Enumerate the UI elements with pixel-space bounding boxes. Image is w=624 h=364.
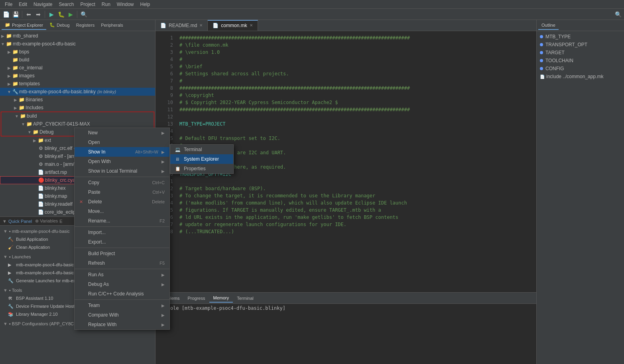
ctx-team[interactable]: Team ▶ [75, 301, 169, 310]
ctx-build-project[interactable]: Build Project [75, 249, 169, 258]
submenu-terminal[interactable]: 💻 Terminal [170, 145, 233, 154]
ctx-sep2 [75, 226, 169, 227]
ctx-run-as[interactable]: Run As ▶ [75, 270, 169, 279]
ctx-refresh[interactable]: Refresh F5 [75, 258, 169, 268]
context-menu: New ▶ Open Show In Alt+Shift+W ▶ Open Wi… [74, 128, 170, 330]
ctx-new[interactable]: New ▶ [75, 128, 169, 138]
ctx-rename[interactable]: Rename... F2 [75, 216, 169, 226]
ctx-debug-as[interactable]: Debug As ▶ [75, 279, 169, 289]
ctx-move[interactable]: Move... [75, 207, 169, 216]
ctx-sep3 [75, 248, 169, 248]
ctx-import[interactable]: Import... [75, 228, 169, 237]
ctx-open[interactable]: Open [75, 138, 169, 147]
ctx-paste[interactable]: Paste Ctrl+V [75, 187, 169, 197]
ctx-show-in[interactable]: Show In Alt+Shift+W ▶ [75, 147, 169, 157]
ctx-sep1 [75, 177, 169, 177]
ctx-delete[interactable]: ✕Delete Delete [75, 197, 169, 207]
ctx-show-local-terminal[interactable]: Show in Local Terminal ▶ [75, 166, 169, 176]
ctx-replace-with[interactable]: Replace With ▶ [75, 320, 169, 329]
context-menu-overlay: New ▶ Open Show In Alt+Shift+W ▶ Open Wi… [0, 0, 624, 364]
ctx-copy[interactable]: Copy Ctrl+C [75, 178, 169, 187]
submenu-system-explorer[interactable]: 🖥 System Explorer [170, 154, 233, 164]
ctx-export[interactable]: Export... [75, 237, 169, 247]
ctx-compare-with[interactable]: Compare With ▶ [75, 310, 169, 320]
terminal-icon: 💻 [175, 147, 181, 152]
submenu-properties[interactable]: 📋 Properties [170, 164, 233, 173]
ctx-open-with[interactable]: Open With ▶ [75, 157, 169, 166]
ctx-run-analysis[interactable]: Run C/C++ Code Analysis [75, 289, 169, 299]
properties-icon: 📋 [175, 166, 181, 171]
ctx-sep4 [75, 269, 169, 269]
system-explorer-icon: 🖥 [175, 157, 181, 161]
delete-icon: ✕ [79, 199, 86, 205]
show-in-submenu: 💻 Terminal 🖥 System Explorer 📋 Propertie… [170, 144, 234, 174]
ctx-sep5 [75, 299, 169, 300]
